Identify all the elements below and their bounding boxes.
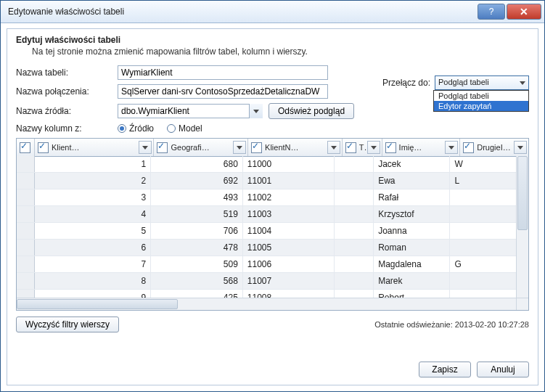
checkbox-icon: [38, 142, 49, 153]
scrollbar-thumb[interactable]: [17, 299, 178, 309]
connection-input[interactable]: [118, 84, 328, 99]
checkbox-icon: [251, 142, 262, 153]
cell-klientn: 11001: [243, 173, 335, 189]
close-button[interactable]: ✕: [507, 4, 541, 20]
colfrom-label: Nazwy kolumn z:: [16, 123, 118, 134]
cell-klient: 1: [35, 156, 152, 172]
cell-drugie: [450, 273, 517, 289]
table-row[interactable]: 750911006MagdalenaG: [17, 256, 517, 273]
data-grid: Klient… Geografi… KlientN… T… Imię… Drug…: [16, 138, 529, 311]
cell-t: [335, 223, 374, 239]
main-panel: Edytuj właściwości tabeli Na tej stronie…: [7, 28, 538, 385]
table-name-label: Nazwa tabeli:: [16, 68, 118, 78]
scrollbar-thumb[interactable]: [517, 156, 528, 230]
save-button[interactable]: Zapisz: [419, 362, 471, 377]
panel-heading: Edytuj właściwości tabeli: [16, 35, 529, 45]
cell-drugie: [450, 240, 517, 256]
row-header: [17, 206, 35, 222]
switch-dropdown: Podgląd tabeli Edytor zapytań: [433, 90, 529, 112]
cell-geo: 706: [151, 223, 243, 239]
radio-icon: [118, 124, 126, 133]
source-combo[interactable]: [118, 104, 263, 118]
row-header: [17, 173, 35, 189]
cell-imie: Roman: [374, 240, 450, 256]
cell-imie: Ewa: [374, 173, 450, 189]
col-klient[interactable]: Klient…: [35, 139, 155, 156]
table-row[interactable]: 451911003Krzysztof: [17, 206, 517, 223]
cell-drugie: [450, 206, 517, 222]
cell-klient: 7: [35, 256, 152, 272]
scroll-corner: [516, 298, 528, 310]
last-refresh-status: Ostatnie odświeżanie: 2013-02-20 10:27:2…: [374, 320, 529, 329]
cell-imie: Magdalena: [374, 256, 450, 272]
cell-t: [335, 189, 374, 205]
chevron-down-icon: [249, 104, 263, 118]
cell-klient: 6: [35, 240, 152, 256]
checkbox-icon: [345, 142, 356, 153]
col-drugie[interactable]: DrugieI…: [460, 139, 528, 156]
filter-icon[interactable]: [327, 141, 340, 154]
help-button[interactable]: ?: [478, 4, 505, 20]
horizontal-scrollbar[interactable]: [17, 298, 517, 310]
radio-source[interactable]: Źródło: [118, 123, 154, 134]
table-row[interactable]: 647811005Roman: [17, 240, 517, 256]
table-row[interactable]: 856811007Marek: [17, 273, 517, 290]
cell-t: [335, 206, 374, 222]
table-row[interactable]: 349311002Rafał: [17, 189, 517, 206]
row-header: [17, 273, 35, 289]
col-klientn[interactable]: KlientN…: [248, 139, 343, 156]
cell-klient: 8: [35, 273, 152, 289]
cell-drugie: L: [450, 173, 517, 189]
radio-model[interactable]: Model: [167, 123, 202, 134]
filter-icon[interactable]: [514, 141, 527, 154]
window-title: Edytowanie właściwości tabeli: [8, 7, 476, 17]
titlebar: Edytowanie właściwości tabeli ? ✕: [1, 1, 544, 23]
cell-klientn: 11007: [243, 273, 335, 289]
cell-t: [335, 156, 374, 172]
dialog-window: Edytowanie właściwości tabeli ? ✕ Edytuj…: [0, 0, 545, 392]
switch-option-query[interactable]: Edytor zapytań: [434, 101, 528, 111]
filter-icon[interactable]: [233, 141, 246, 154]
switch-option-preview[interactable]: Podgląd tabeli: [434, 91, 528, 101]
cell-geo: 493: [151, 189, 243, 205]
switch-combo[interactable]: Podgląd tabeli: [435, 75, 529, 90]
cell-klient: 2: [35, 173, 152, 189]
table-row[interactable]: 168011000JacekW: [17, 156, 517, 173]
cell-t: [335, 173, 374, 189]
cell-imie: Krzysztof: [374, 206, 450, 222]
cell-t: [335, 240, 374, 256]
filter-icon[interactable]: [139, 141, 152, 154]
cell-imie: Marek: [374, 273, 450, 289]
radio-icon: [167, 124, 176, 133]
cell-klientn: 11005: [243, 240, 335, 256]
cell-klient: 5: [35, 223, 152, 239]
filter-icon[interactable]: [445, 141, 458, 154]
table-name-input[interactable]: [118, 65, 328, 80]
switch-combo-value: Podgląd tabeli: [438, 78, 489, 86]
panel-sub: Na tej stronie można zmienić mapowania f…: [32, 46, 529, 57]
grid-body: 168011000JacekW269211001EwaL349311002Raf…: [17, 156, 517, 298]
source-combo-input[interactable]: [118, 104, 263, 118]
col-imie[interactable]: Imię…: [382, 139, 461, 156]
cell-klientn: 11006: [243, 256, 335, 272]
vertical-scrollbar[interactable]: [516, 156, 528, 298]
col-geografi[interactable]: Geografi…: [154, 139, 248, 156]
cell-geo: 519: [151, 206, 243, 222]
cell-klientn: 11002: [243, 189, 335, 205]
cell-klientn: 11000: [243, 156, 335, 172]
cancel-button[interactable]: Anuluj: [477, 362, 529, 377]
table-row[interactable]: 269211001EwaL: [17, 173, 517, 189]
refresh-button[interactable]: Odśwież podgląd: [269, 103, 354, 119]
select-all-header[interactable]: [17, 139, 35, 156]
cell-drugie: [450, 223, 517, 239]
col-t[interactable]: T…: [343, 139, 382, 156]
checkbox-icon: [157, 142, 168, 153]
table-row[interactable]: 570611004Joanna: [17, 223, 517, 240]
cell-geo: 509: [151, 256, 243, 272]
row-header: [17, 223, 35, 239]
clear-filters-button[interactable]: Wyczyść filtry wierszy: [16, 317, 119, 332]
row-header: [17, 240, 35, 256]
filter-icon[interactable]: [367, 141, 380, 154]
cell-t: [335, 256, 374, 272]
cell-imie: Joanna: [374, 223, 450, 239]
